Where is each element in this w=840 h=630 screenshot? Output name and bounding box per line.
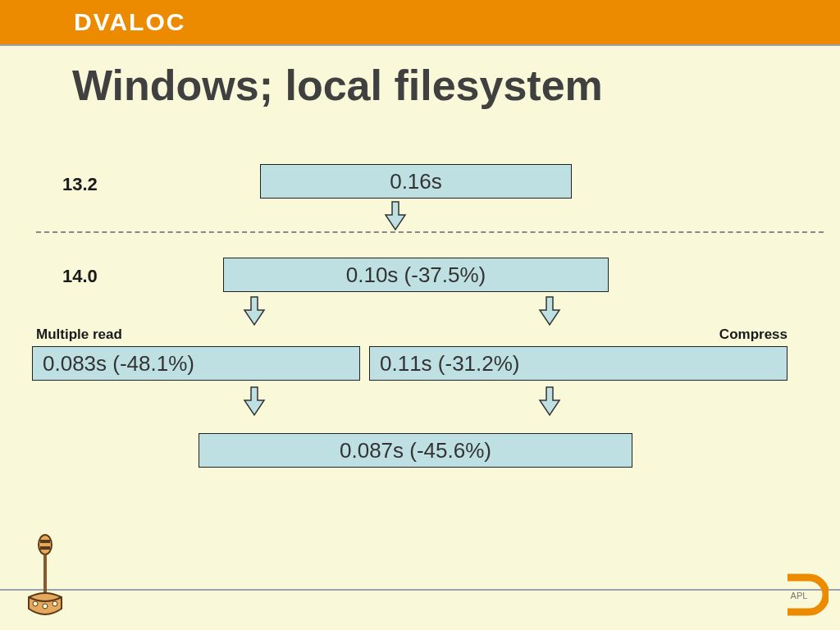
arrow-down-icon: [242, 295, 267, 326]
svg-rect-2: [40, 546, 50, 550]
svg-rect-3: [43, 555, 47, 597]
box-combined: 0.087s (-45.6%): [199, 433, 632, 468]
arrow-down-icon: [242, 386, 267, 417]
arrow-down-icon: [537, 295, 562, 326]
apl-badge-icon: APL: [781, 571, 829, 619]
footer-divider: [0, 589, 840, 591]
box-v140: 0.10s (-37.5%): [223, 258, 609, 292]
box-multiple-read: 0.083s (-48.1%): [32, 346, 360, 381]
brand-logo-text: DVALOC: [74, 8, 185, 36]
arrow-down-icon: [383, 200, 408, 231]
version-label-14-0: 14.0: [62, 266, 98, 287]
svg-point-0: [39, 535, 52, 555]
brand-header: DVALOC: [0, 0, 840, 44]
apl-badge-text: APL: [791, 591, 808, 600]
version-divider: [36, 231, 824, 233]
slide-title: Windows; local filesystem: [72, 61, 840, 110]
arrow-down-icon: [537, 386, 562, 417]
label-compress: Compress: [719, 326, 788, 343]
label-multiple-read: Multiple read: [36, 326, 122, 343]
svg-point-4: [33, 601, 38, 606]
svg-rect-1: [40, 540, 50, 543]
viking-boat-icon: [25, 530, 66, 620]
diagram-stage: 13.2 14.0 Multiple read Compress 0.16s 0…: [0, 110, 840, 569]
svg-point-5: [43, 604, 48, 609]
svg-point-6: [52, 601, 57, 606]
header-underline: [0, 44, 840, 46]
box-compress: 0.11s (-31.2%): [369, 346, 788, 381]
version-label-13-2: 13.2: [62, 174, 98, 195]
box-baseline: 0.16s: [260, 164, 572, 199]
